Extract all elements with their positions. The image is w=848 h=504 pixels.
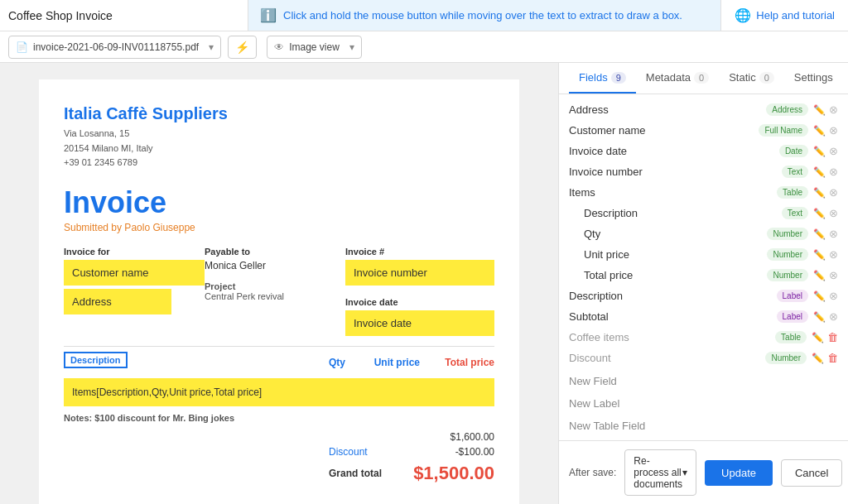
items-row[interactable]: Items[Description,Qty,Unit price,Total p… — [64, 378, 494, 406]
field-name: Coffee items — [569, 331, 770, 343]
field-tag: Full Name — [759, 124, 808, 137]
qty-header: Qty — [296, 357, 345, 368]
document-page: Italia Caffè Suppliers Via Losanna, 15 2… — [39, 79, 519, 504]
invoice-number-field[interactable]: Invoice number — [345, 260, 494, 286]
field-row: DescriptionText✏️⊗ — [559, 203, 848, 223]
field-name: Description — [584, 207, 777, 219]
field-tag: Address — [766, 103, 808, 116]
field-tag: Number — [767, 269, 808, 281]
add-button[interactable]: New Table Field — [569, 416, 838, 435]
total-price-header: Total price — [420, 357, 494, 368]
edit-icon[interactable]: ✏️ — [813, 146, 826, 157]
project-value: Central Perk revival — [205, 291, 345, 301]
document-title-input[interactable] — [0, 0, 248, 31]
after-save-option: Re-process all documents — [634, 455, 682, 490]
close-icon[interactable]: ⊗ — [829, 103, 838, 116]
field-row: DescriptionLabel✏️⊗ — [559, 286, 848, 306]
eye-icon: 👁 — [274, 41, 284, 53]
field-name: Invoice number — [569, 166, 777, 178]
edit-icon[interactable]: ✏️ — [813, 290, 826, 302]
field-name: Description — [569, 290, 772, 302]
edit-icon[interactable]: ✏️ — [813, 104, 826, 116]
banner-text: Click and hold the mouse button while mo… — [283, 9, 682, 22]
tab-static[interactable]: Static 0 — [719, 63, 784, 94]
submitted-by: Submitted by Paolo Giuseppe — [64, 222, 494, 233]
edit-icon[interactable]: ✏️ — [813, 270, 826, 281]
close-icon[interactable]: ⊗ — [829, 248, 838, 261]
close-icon[interactable]: ⊗ — [829, 124, 838, 137]
edit-icon[interactable]: ✏️ — [813, 125, 826, 137]
view-label: Image view — [289, 41, 340, 53]
unit-price-header: Unit price — [345, 357, 420, 368]
close-icon[interactable]: ⊗ — [829, 145, 838, 157]
description-header: Description — [64, 352, 128, 368]
field-name: Customer name — [569, 124, 754, 137]
field-actions: ✏️⊗ — [813, 103, 838, 116]
close-icon[interactable]: ⊗ — [829, 207, 838, 219]
close-icon[interactable]: ⊗ — [829, 186, 838, 199]
field-name: Qty — [584, 228, 762, 240]
field-name: Items — [569, 186, 772, 199]
update-button[interactable]: Update — [705, 460, 773, 486]
toolbar: 📄 invoice-2021-06-09-INV01118755.pdf ▾ ⚡… — [0, 31, 848, 63]
file-selector[interactable]: 📄 invoice-2021-06-09-INV01118755.pdf ▾ — [8, 36, 221, 59]
close-icon[interactable]: ⊗ — [829, 290, 838, 302]
field-name: Address — [569, 103, 761, 116]
field-name: Subtotal — [569, 310, 772, 323]
address-field[interactable]: Address — [64, 289, 171, 314]
after-save-select[interactable]: Re-process all documents ▾ — [624, 449, 696, 496]
field-actions: ✏️🗑 — [812, 331, 838, 343]
field-actions: ✏️⊗ — [813, 186, 838, 199]
fields-list: AddressAddress✏️⊗Customer nameFull Name✏… — [559, 94, 848, 367]
after-save-label: After save: — [569, 467, 616, 478]
customer-name-field[interactable]: Customer name — [64, 260, 205, 286]
close-icon[interactable]: ⊗ — [829, 166, 838, 178]
invoice-date-label: Invoice date — [345, 297, 494, 307]
edit-icon[interactable]: ✏️ — [813, 166, 826, 178]
field-tag: Text — [782, 166, 808, 178]
add-button[interactable]: New Label — [569, 394, 838, 413]
invoice-date-field[interactable]: Invoice date — [345, 310, 494, 336]
delete-icon[interactable]: 🗑 — [827, 331, 838, 343]
edit-icon[interactable]: ✏️ — [813, 187, 826, 199]
add-button[interactable]: New Field — [569, 372, 838, 391]
field-row: Coffee itemsTable✏️🗑 — [559, 327, 848, 348]
close-icon[interactable]: ⊗ — [829, 228, 838, 240]
notes-text: $100 discount for Mr. Bing jokes — [94, 413, 234, 423]
edit-icon[interactable]: ✏️ — [813, 311, 826, 323]
address-line1: Via Losanna, 15 — [64, 127, 494, 142]
payable-to-label: Payable to — [205, 247, 345, 257]
tab-fields[interactable]: Fields 9 — [569, 63, 636, 94]
field-actions: ✏️⊗ — [813, 124, 838, 137]
company-name: Italia Caffè Suppliers — [64, 104, 494, 123]
info-icon: ℹ️ — [260, 7, 277, 23]
edit-icon[interactable]: ✏️ — [813, 208, 826, 219]
edit-icon[interactable]: ✏️ — [812, 353, 824, 364]
field-row: QtyNumber✏️⊗ — [559, 223, 848, 244]
discount-amount: -$100.00 — [455, 446, 494, 458]
cancel-button[interactable]: Cancel — [781, 459, 842, 487]
tab-metadata-label: Metadata — [646, 71, 691, 84]
grand-total-amount: $1,500.00 — [413, 463, 494, 484]
edit-icon[interactable]: ✏️ — [813, 249, 826, 261]
invoice-for-label: Invoice for — [64, 247, 205, 257]
field-actions: ✏️⊗ — [813, 145, 838, 157]
notes-section: Notes: $100 discount for Mr. Bing jokes — [64, 413, 494, 423]
view-selector[interactable]: 👁 Image view ▾ — [267, 36, 362, 59]
field-row: DiscountNumber✏️🗑 — [559, 348, 848, 367]
delete-icon[interactable]: 🗑 — [827, 352, 838, 364]
help-button[interactable]: 🌐 Help and tutorial — [720, 0, 848, 31]
tab-fields-label: Fields — [579, 71, 608, 84]
tab-metadata[interactable]: Metadata 0 — [636, 63, 719, 94]
field-tag: Number — [767, 248, 808, 261]
field-row: Invoice numberText✏️⊗ — [559, 161, 848, 182]
close-icon[interactable]: ⊗ — [829, 269, 838, 281]
tab-settings[interactable]: Settings — [784, 63, 843, 94]
edit-icon[interactable]: ✏️ — [812, 332, 824, 343]
filename: invoice-2021-06-09-INV01118755.pdf — [33, 41, 199, 53]
close-icon[interactable]: ⊗ — [829, 310, 838, 323]
edit-icon[interactable]: ✏️ — [813, 228, 826, 240]
grand-total-row: Grand total $1,500.00 — [329, 459, 494, 487]
filter-button[interactable]: ⚡ — [228, 36, 257, 59]
project-label-text: Project — [205, 281, 345, 291]
